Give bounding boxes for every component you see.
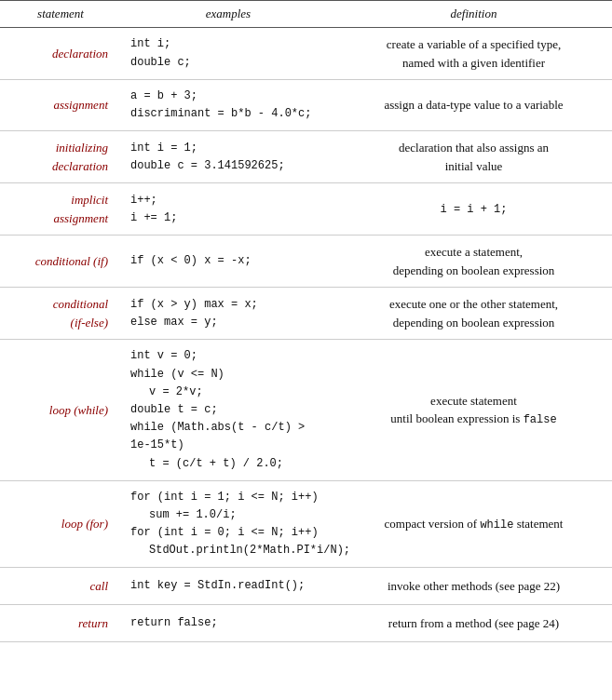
example-line: int key = StdIn.readInt(); — [130, 577, 326, 595]
example-line: return false; — [130, 614, 326, 632]
example-line: int i = 1; — [130, 140, 326, 157]
table-header: statement examples definition — [0, 0, 612, 28]
definition-mono: while — [480, 518, 513, 532]
statement-cell: declaration — [0, 35, 121, 72]
examples-cell: if (x < 0) x = -x; — [121, 243, 335, 279]
statement-label: initializing — [56, 139, 108, 157]
definition-text: execute one or the other statement, — [389, 295, 558, 314]
table-row: implicitassignmenti++;i += 1;i = i + 1; — [0, 183, 612, 236]
examples-cell: for (int i = 1; i <= N; i++)sum += 1.0/i… — [121, 489, 335, 560]
statement-label: conditional (if) — [35, 252, 108, 271]
examples-cell: int key = StdIn.readInt(); — [121, 575, 335, 597]
definition-text: initial value — [445, 157, 503, 176]
table-row: assignmenta = b + 3;discriminant = b*b -… — [0, 80, 612, 131]
definition-cell: execute statementuntil boolean expressio… — [335, 347, 612, 472]
definition-text: return from a method (see page 24) — [388, 614, 559, 633]
table-row: conditional(if-else)if (x > y) max = x;e… — [0, 288, 612, 340]
example-line: else max = y; — [130, 314, 326, 331]
definition-text: create a variable of a specified type, — [387, 35, 561, 54]
statement-label: loop (for) — [61, 515, 108, 533]
definition-code: i = i + 1; — [440, 201, 507, 218]
reference-table: statement examples definition declaratio… — [0, 0, 612, 642]
example-line: double c; — [130, 54, 326, 72]
statement-label: (if-else) — [71, 314, 108, 332]
definition-text: invoke other methods (see page 22) — [388, 577, 560, 596]
example-line: while (Math.abs(t - c/t) > 1e-15*t) — [130, 419, 326, 454]
statement-cell: return — [0, 612, 121, 634]
definition-mono: false — [524, 413, 557, 426]
header-statement: statement — [0, 5, 121, 23]
definition-cell: create a variable of a specified type,na… — [335, 35, 612, 72]
statement-cell: loop (for) — [0, 489, 121, 560]
statement-cell: implicitassignment — [0, 191, 121, 227]
example-line: t = (c/t + t) / 2.0; — [130, 455, 326, 473]
example-line: sum += 1.0/i; — [130, 506, 326, 524]
definition-text: declaration that also assigns an — [399, 139, 549, 157]
examples-cell: if (x > y) max = x;else max = y; — [121, 295, 335, 331]
definition-text: execute statement — [430, 392, 517, 411]
examples-cell: i++;i += 1; — [121, 191, 335, 227]
definition-text: depending on boolean expression — [393, 262, 555, 280]
example-line: a = b + 3; — [130, 88, 326, 105]
definition-text: execute a statement, — [425, 243, 523, 262]
statement-label: return — [78, 614, 108, 633]
statement-cell: call — [0, 575, 121, 597]
definition-text: named with a given identifier — [402, 54, 545, 73]
example-line: if (x < 0) x = -x; — [130, 252, 326, 270]
definition-cell: i = i + 1; — [335, 191, 612, 227]
example-line: i += 1; — [130, 209, 326, 227]
statement-label: assignment — [54, 209, 109, 228]
definition-cell: compact version of while statement — [335, 489, 612, 560]
definition-cell: execute one or the other statement,depen… — [335, 295, 612, 331]
statement-label: declaration — [52, 45, 108, 63]
statement-label: declaration — [52, 157, 108, 176]
statement-label: implicit — [71, 191, 108, 209]
definition-cell: assign a data-type value to a variable — [335, 88, 612, 123]
example-line: int i; — [130, 35, 326, 53]
definition-text: depending on boolean expression — [393, 314, 555, 332]
example-line: int v = 0; — [130, 347, 326, 365]
example-line: discriminant = b*b - 4.0*c; — [130, 105, 326, 123]
table-row: callint key = StdIn.readInt();invoke oth… — [0, 568, 612, 605]
statement-cell: conditional(if-else) — [0, 295, 121, 331]
example-line: double t = c; — [130, 401, 326, 419]
examples-cell: return false; — [121, 612, 335, 634]
definition-text: compact version of while statement — [385, 515, 564, 533]
examples-cell: int v = 0;while (v <= N)v = 2*v;double t… — [121, 347, 335, 472]
table-body: declarationint i;double c;create a varia… — [0, 28, 612, 642]
statement-label: loop (while) — [49, 401, 108, 420]
definition-text: until boolean expression is false — [390, 410, 556, 428]
statement-label: assignment — [54, 96, 109, 114]
example-line: double c = 3.141592625; — [130, 157, 326, 175]
examples-cell: a = b + 3;discriminant = b*b - 4.0*c; — [121, 88, 335, 123]
definition-cell: execute a statement,depending on boolean… — [335, 243, 612, 279]
statement-label: conditional — [53, 295, 108, 314]
definition-text: assign a data-type value to a variable — [384, 96, 563, 114]
statement-cell: assignment — [0, 88, 121, 123]
examples-cell: int i;double c; — [121, 35, 335, 72]
definition-cell: return from a method (see page 24) — [335, 612, 612, 634]
table-row: loop (for)for (int i = 1; i <= N; i++)su… — [0, 481, 612, 569]
example-line: for (int i = 1; i <= N; i++) — [130, 489, 326, 506]
definition-cell: declaration that also assigns aninitial … — [335, 139, 612, 175]
table-row: returnreturn false;return from a method … — [0, 605, 612, 642]
statement-cell: loop (while) — [0, 347, 121, 472]
table-row: loop (while)int v = 0;while (v <= N)v = … — [0, 340, 612, 480]
table-row: initializingdeclarationint i = 1;double … — [0, 131, 612, 183]
definition-cell: invoke other methods (see page 22) — [335, 575, 612, 597]
example-line: while (v <= N) — [130, 366, 326, 384]
table-row: conditional (if)if (x < 0) x = -x;execut… — [0, 236, 612, 288]
header-definition: definition — [335, 5, 612, 23]
example-line: v = 2*v; — [130, 384, 326, 401]
statement-cell: initializingdeclaration — [0, 139, 121, 175]
table-row: declarationint i;double c;create a varia… — [0, 28, 612, 80]
example-line: i++; — [130, 192, 326, 209]
example-line: for (int i = 0; i <= N; i++) — [130, 524, 326, 542]
examples-cell: int i = 1;double c = 3.141592625; — [121, 139, 335, 175]
statement-label: call — [90, 577, 109, 596]
example-line: if (x > y) max = x; — [130, 296, 326, 314]
example-line: StdOut.println(2*Math.PI*i/N); — [130, 542, 326, 559]
header-examples: examples — [121, 5, 335, 23]
statement-cell: conditional (if) — [0, 243, 121, 279]
